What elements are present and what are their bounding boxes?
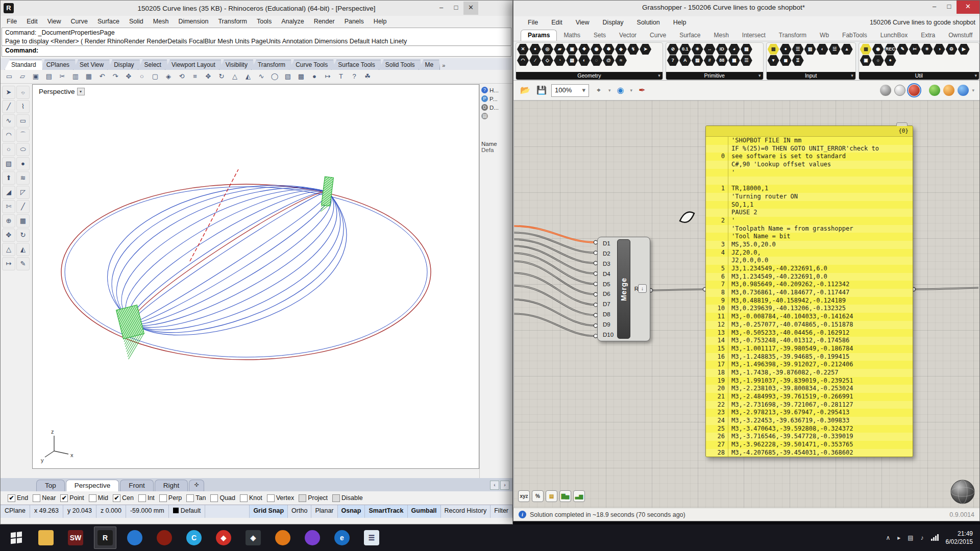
toggle-smarttrack[interactable]: SmartTrack <box>365 505 407 518</box>
pinwheel-app-icon[interactable]: ◆ <box>212 527 235 549</box>
line-icon[interactable]: ╱ <box>2 100 15 113</box>
param-icon[interactable]: ☱ <box>829 44 841 55</box>
param-icon[interactable]: ➤ <box>640 44 651 55</box>
viewport-tab-right[interactable]: Right <box>155 480 188 491</box>
scale-icon[interactable]: △ <box>229 71 240 82</box>
merge-input-d5[interactable]: D5 <box>603 281 614 287</box>
gh-tab-sets[interactable]: Sets <box>587 30 612 41</box>
sphere-tool-icon[interactable]: ● <box>16 157 30 170</box>
gcode-panel[interactable]: {0} 'SHOPBOT FILE IN mmIF %(25)=0 THEN G… <box>705 126 913 457</box>
preview-eye-icon[interactable]: ◉ <box>614 84 627 97</box>
toolbar-tab-standard[interactable]: Standard <box>5 60 43 70</box>
status-field-4[interactable]: -59.000 mm <box>126 505 169 518</box>
rectangle-icon[interactable]: ▭ <box>16 114 30 128</box>
palette-group-label[interactable]: Primitive▾ <box>666 72 763 80</box>
param-icon[interactable]: ☰ <box>792 44 804 55</box>
param-icon[interactable]: ▰ <box>554 44 566 55</box>
copy-icon[interactable]: ▥ <box>70 71 81 82</box>
palette-group-label[interactable]: Geometry▾ <box>516 72 663 80</box>
taskbar-clock[interactable]: 21:49 6/02/2015 <box>946 530 973 546</box>
gh-tab-fabtools[interactable]: FabTools <box>836 30 874 41</box>
rhino-minimize-button[interactable]: – <box>434 2 449 15</box>
mirror-icon[interactable]: ◭ <box>242 71 254 82</box>
gh-tab-mesh[interactable]: Mesh <box>707 30 735 41</box>
param-icon[interactable]: 7 <box>667 55 679 66</box>
gh-close-button[interactable]: ✕ <box>957 1 979 14</box>
pan-icon[interactable]: ✥ <box>123 71 134 82</box>
menu-surface[interactable]: Surface <box>97 18 119 25</box>
merge-input-d10[interactable]: D10 <box>603 332 614 338</box>
rhino-close-button[interactable]: ✕ <box>463 2 478 15</box>
fillet-icon[interactable]: ◢ <box>2 186 15 199</box>
param-icon[interactable]: ⚙ <box>946 44 958 55</box>
gh-tab-transform[interactable]: Transform <box>772 30 813 41</box>
menu-render[interactable]: Render <box>314 18 335 25</box>
freeform-curve-icon[interactable]: ∿ <box>2 114 15 128</box>
param-icon[interactable]: ▾ <box>768 55 779 66</box>
merge-input-d1[interactable]: D1 <box>603 240 614 246</box>
notepad-icon[interactable]: ☰ <box>360 527 383 549</box>
param-icon[interactable]: ◈ <box>615 44 627 55</box>
toolbar-tab-viewport-layout[interactable]: Viewport Layout <box>165 60 222 70</box>
open-file-icon[interactable]: 📂 <box>519 84 532 97</box>
gh-menu-solution[interactable]: Solution <box>637 19 660 26</box>
viewport-tab-top[interactable]: Top <box>36 480 65 491</box>
extrude-icon[interactable]: ⬆ <box>2 171 15 185</box>
toolbar-tab-visibility[interactable]: Visibility <box>219 60 254 70</box>
param-icon[interactable]: ☼ <box>872 55 884 66</box>
param-icon[interactable]: ❖ <box>578 44 590 55</box>
text-icon[interactable]: T <box>335 71 347 82</box>
osnap-checkbox-quad[interactable] <box>210 494 218 502</box>
join-icon[interactable]: ⊕ <box>2 214 15 228</box>
file-explorer-icon[interactable] <box>35 527 57 549</box>
param-icon[interactable]: ⊘ <box>667 44 679 55</box>
zoom-icon[interactable]: ○ <box>136 71 148 82</box>
toolbar-tab-select[interactable]: Select <box>138 60 168 70</box>
gh-menu-view[interactable]: View <box>576 19 590 26</box>
viewport-tab-add[interactable]: ✜ <box>189 480 204 491</box>
param-icon[interactable]: ● <box>529 44 541 55</box>
menu-file[interactable]: File <box>7 18 17 25</box>
blue-app-icon[interactable] <box>124 527 146 549</box>
viewport-tab-perspective[interactable]: Perspective <box>66 480 119 491</box>
param-icon[interactable]: ✂ <box>909 44 921 55</box>
toggle-ortho[interactable]: Ortho <box>288 505 311 518</box>
gh-maximize-button[interactable]: □ <box>942 1 957 14</box>
osnap-checkbox-knot[interactable] <box>240 494 248 502</box>
merge-input-d6[interactable]: D6 <box>603 291 614 297</box>
panel-tab-display[interactable]: DD... <box>481 103 511 112</box>
param-icon[interactable]: ▤ <box>768 44 779 55</box>
param-icon[interactable]: ● <box>780 44 792 55</box>
menu-edit[interactable]: Edit <box>27 18 38 25</box>
cut-icon[interactable]: ✂ <box>57 71 68 82</box>
status-field-0[interactable]: CPlane <box>1 505 30 518</box>
circle-icon[interactable]: ◯ <box>269 71 280 82</box>
osnap-checkbox-tan[interactable] <box>186 494 194 502</box>
toolbar-tab-solid-tools[interactable]: Solid Tools <box>379 60 422 70</box>
param-icon[interactable]: ID <box>716 44 728 55</box>
group-icon[interactable]: ▦ <box>16 214 30 228</box>
param-icon[interactable]: ▣ <box>860 55 872 66</box>
sketch-pen-icon[interactable]: ✒ <box>635 84 649 97</box>
quality-green-gem-icon[interactable] <box>929 85 940 96</box>
tray-volume-icon[interactable]: ♪ <box>921 534 924 541</box>
param-icon[interactable]: ✽ <box>603 44 615 55</box>
panel-tab-help[interactable]: ?H... <box>481 86 511 94</box>
preview-off-gem-icon[interactable] <box>880 85 891 96</box>
box-icon[interactable]: ▩ <box>296 71 307 82</box>
param-icon[interactable]: ◑ <box>934 44 945 55</box>
chart-widget[interactable]: ▃▆ <box>573 490 585 502</box>
param-icon[interactable]: ✴ <box>921 44 933 55</box>
toolbar-tab-curve-tools[interactable]: Curve Tools <box>289 60 334 70</box>
tray-play-icon[interactable]: ▸ <box>897 534 900 541</box>
param-icon[interactable]: ✎ <box>897 44 909 55</box>
param-icon[interactable]: ☰ <box>741 55 752 66</box>
menu-dimension[interactable]: Dimension <box>178 18 208 25</box>
paint-app-icon[interactable] <box>272 527 294 549</box>
param-icon[interactable]: ↔ <box>704 44 716 55</box>
internet-explorer-icon[interactable]: e <box>331 527 353 549</box>
osnap-checkbox-int[interactable] <box>138 494 146 502</box>
gh-menu-display[interactable]: Display <box>603 19 624 26</box>
toolbar-tab-transform[interactable]: Transform <box>251 60 292 70</box>
gh-minimize-button[interactable]: – <box>927 1 942 14</box>
